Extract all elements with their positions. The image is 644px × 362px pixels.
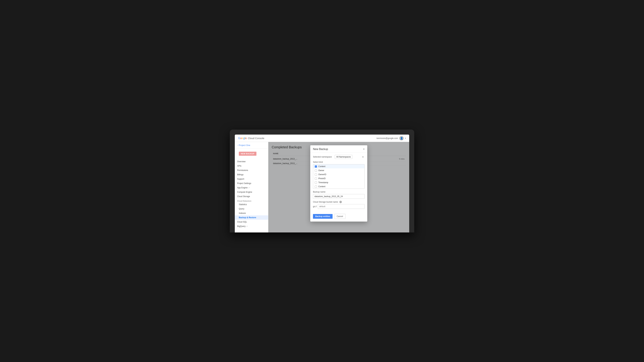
compute-engine-label: Compute Engine	[237, 191, 252, 193]
namespace-select-wrapper: All Namespaces default	[335, 155, 364, 159]
kind-label-photoid: PhotoID	[318, 177, 326, 180]
sidebar-item-cloud-storage[interactable]: Cloud Storage	[235, 194, 268, 199]
sidebar-item-billings[interactable]: Billings	[235, 172, 268, 177]
modal-body: Selected namespace All Namespaces defaul…	[310, 152, 367, 214]
select-kind-label: Select kind	[313, 161, 364, 163]
sidebar-item-bigquery[interactable]: BigQuery ↗	[235, 224, 268, 228]
indexes-label: Indexes	[239, 212, 246, 214]
kind-label-content2: Content	[318, 185, 325, 188]
app-engine-label: App Engine	[237, 187, 248, 189]
cloud-sql-label: Cloud SQL	[237, 221, 247, 223]
kind-item-content1[interactable]: ✓ Content	[313, 164, 364, 168]
account-chevron-icon[interactable]: ▾	[405, 137, 406, 139]
google-logo: Google	[238, 137, 247, 140]
kind-item-content2[interactable]: Content	[313, 185, 364, 189]
header-right: kenmoore@google.com 👤 ▾	[376, 136, 406, 140]
back-chevron-icon: ‹	[237, 144, 238, 146]
kind-label-ownerid: OwnerID	[318, 173, 326, 176]
kind-checkbox-owner	[315, 169, 317, 172]
overview-label: Overview	[237, 160, 246, 163]
kind-label-content1: Content	[318, 165, 325, 168]
modal-footer: Backup entities Cancel	[310, 214, 367, 222]
kind-label-timestamp: Timestamp	[318, 181, 328, 184]
kind-checkbox-photoid	[315, 177, 317, 180]
sidebar-nav: Overview APIs Permissions Billings Suppo…	[235, 159, 268, 229]
kind-checkbox-ownerid	[315, 173, 317, 176]
modal-overlay: New Backup × Selected namespace All Name…	[268, 142, 409, 232]
avatar-icon: 👤	[400, 137, 403, 140]
bigquery-label: BigQuery	[237, 225, 246, 227]
kind-checkbox-timestamp	[315, 182, 317, 184]
project-settings-label: Project Settings	[237, 182, 251, 185]
sidebar-item-overview[interactable]: Overview	[235, 159, 268, 164]
kind-item-owner[interactable]: Owner	[313, 168, 364, 172]
permissions-label: Permissions	[237, 169, 248, 171]
kind-label-owner: Owner	[318, 169, 324, 172]
external-link-icon: ↗	[248, 187, 250, 189]
kind-dropdown: ✓ Content Owner OwnerID	[313, 164, 364, 189]
modal-title: New Backup	[313, 148, 328, 151]
kind-item-ownerid[interactable]: OwnerID	[313, 172, 364, 176]
sidebar-section-cloud-datastore: Cloud Datastore	[235, 199, 268, 202]
main-layout: ‹ Project One NEW BACKUP Overview APIs P…	[235, 142, 409, 232]
header-logo: Google Cloud Console	[238, 137, 264, 140]
avatar[interactable]: 👤	[399, 136, 404, 140]
sidebar-item-backup-restore[interactable]: Backup & Restore	[235, 215, 268, 220]
user-email: kenmoore@google.com	[376, 137, 398, 139]
modal-header: New Backup ×	[310, 145, 367, 152]
new-backup-modal: New Backup × Selected namespace All Name…	[310, 145, 367, 222]
support-label: Support	[237, 178, 244, 180]
sidebar-item-support[interactable]: Support	[235, 177, 268, 181]
sidebar: ‹ Project One NEW BACKUP Overview APIs P…	[235, 142, 268, 232]
sidebar-item-permissions[interactable]: Permissions	[235, 168, 268, 172]
project-name: Project One	[239, 144, 250, 146]
apis-label: APIs	[237, 165, 241, 167]
sidebar-item-project-settings[interactable]: Project Settings	[235, 181, 268, 186]
bigquery-external-icon: ↗	[246, 225, 248, 227]
statistics-label: Statistics	[239, 203, 247, 206]
query-label: Query	[239, 208, 244, 210]
sidebar-project-link[interactable]: ‹ Project One	[235, 142, 268, 149]
sidebar-item-indexes[interactable]: Indexes	[235, 211, 268, 215]
cloud-storage-label: Cloud Storage	[237, 195, 250, 198]
modal-close-button[interactable]: ×	[363, 148, 364, 150]
new-backup-button[interactable]: NEW BACKUP	[239, 152, 256, 156]
namespace-label: Selected namespace	[313, 156, 333, 158]
sidebar-item-apis[interactable]: APIs	[235, 164, 268, 168]
console-title: Cloud Console	[248, 137, 264, 140]
header-bar: Google Cloud Console kenmoore@google.com…	[235, 135, 409, 142]
kind-checkbox-content1: ✓	[315, 165, 317, 168]
namespace-select[interactable]: All Namespaces default	[335, 155, 352, 159]
sidebar-item-query[interactable]: Query	[235, 207, 268, 211]
content-area: Completed Backups NAME datastore_backup_…	[268, 142, 409, 232]
gs-row: gs://	[313, 204, 364, 209]
backup-name-label: Backup name:	[313, 191, 364, 193]
cloud-storage-label-text: Cloud Storage bucket name:	[313, 201, 338, 203]
sidebar-item-cloud-sql[interactable]: Cloud SQL	[235, 220, 268, 224]
gs-prefix: gs://	[313, 205, 317, 208]
gs-bucket-input[interactable]	[318, 204, 364, 209]
cloud-storage-label: Cloud Storage bucket name: ?	[313, 201, 364, 203]
help-icon[interactable]: ?	[340, 201, 342, 203]
sidebar-item-statistics[interactable]: Statistics	[235, 202, 268, 207]
kind-item-photoid[interactable]: PhotoID	[313, 176, 364, 180]
backup-name-input[interactable]	[313, 194, 364, 199]
namespace-row: Selected namespace All Namespaces defaul…	[313, 155, 364, 159]
cancel-button[interactable]: Cancel	[334, 214, 346, 219]
sidebar-item-app-engine[interactable]: App Engine ↗	[235, 186, 268, 190]
kind-checkbox-content2	[315, 186, 317, 188]
backup-entities-button[interactable]: Backup entities	[313, 214, 332, 219]
backup-restore-label: Backup & Restore	[239, 216, 256, 219]
sidebar-item-compute-engine[interactable]: Compute Engine	[235, 190, 268, 194]
billings-label: Billings	[237, 173, 244, 176]
kind-item-timestamp[interactable]: Timestamp	[313, 180, 364, 185]
